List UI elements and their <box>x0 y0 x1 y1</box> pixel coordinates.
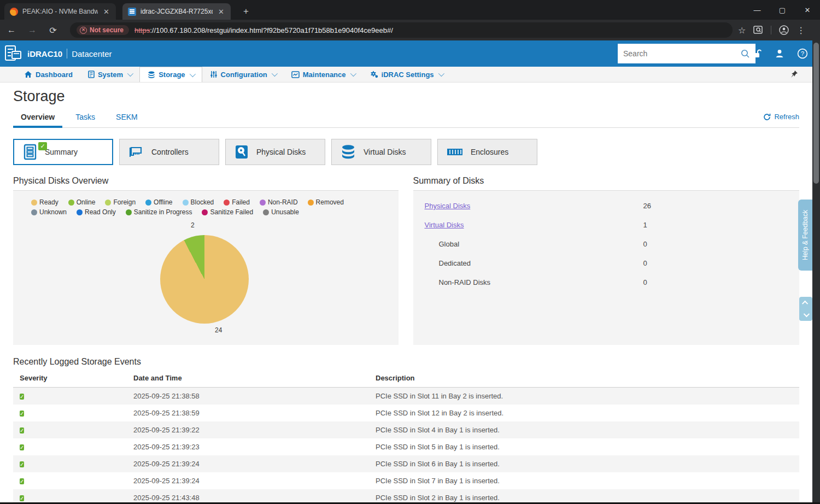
nav-item-idrac-settings[interactable]: iDRAC Settings <box>362 67 450 82</box>
summary-row-virtual-disks: Virtual Disks1 <box>413 215 800 235</box>
events-table: SeverityDate and TimeDescription ✓2025-0… <box>13 369 799 504</box>
legend-item: Unknown <box>31 208 67 216</box>
new-tab-button[interactable]: + <box>239 4 253 19</box>
window-close-button[interactable]: ✕ <box>795 0 820 20</box>
view-button-label: Enclosures <box>471 148 508 156</box>
reload-button[interactable]: ⟳ <box>44 22 62 38</box>
nav-item-dashboard[interactable]: Dashboard <box>16 67 80 82</box>
legend-label: Foreign <box>113 198 136 206</box>
idrac-settings-icon <box>370 71 378 78</box>
legend-dot-icon <box>224 200 230 206</box>
page-title: Storage <box>13 88 812 105</box>
legend-label: Read Only <box>85 208 116 216</box>
scroll-up-icon[interactable] <box>802 301 808 307</box>
search-icon[interactable] <box>740 49 750 58</box>
chevron-down-icon <box>438 71 444 77</box>
legend-label: Ready <box>39 198 58 206</box>
summary-button[interactable]: ✓Summary <box>13 139 113 165</box>
event-row: ✓2025-09-25 21:38:59PCIe SSD in Slot 12 … <box>13 405 799 421</box>
browser-tab-idrac[interactable]: idrac-JCGZXB4-R7725xd - iDRA ✕ <box>122 3 231 20</box>
nav-item-label: Configuration <box>221 71 267 79</box>
legend-label: Sanitize Failed <box>210 208 253 216</box>
legend-dot-icon <box>31 209 37 215</box>
window-maximize-button[interactable]: ▢ <box>770 0 795 20</box>
pie-chart[interactable] <box>160 235 249 324</box>
unlock-icon[interactable] <box>751 48 762 59</box>
close-tab-icon[interactable]: ✕ <box>217 8 225 16</box>
controllers-button[interactable]: Controllers <box>119 139 219 165</box>
browser-menu-icon[interactable]: ⋮ <box>796 25 805 36</box>
close-tab-icon[interactable]: ✕ <box>102 8 110 16</box>
legend-dot-icon <box>68 200 74 206</box>
nav-item-configuration[interactable]: Configuration <box>202 67 284 82</box>
legend-item: Online <box>68 198 96 206</box>
virtual-disks-button[interactable]: Virtual Disks <box>331 139 431 165</box>
legend-item: Sanitize Failed <box>202 208 253 216</box>
physical-disks-overview-panel: ReadyOnlineForeignOfflineBlockedFailedNo… <box>13 191 399 345</box>
legend-item: Non-RAID <box>260 198 298 206</box>
nav-item-storage[interactable]: Storage <box>139 67 202 82</box>
user-icon[interactable] <box>774 48 785 59</box>
event-datetime: 2025-09-25 21:38:58 <box>133 392 376 400</box>
event-datetime: 2025-09-25 21:39:24 <box>133 460 376 468</box>
help-feedback-tab[interactable]: Help & Feedback <box>798 200 812 271</box>
summary-row-non-raid-disks: Non-RAID Disks0 <box>413 273 800 292</box>
browser-scrollbar[interactable] <box>812 40 820 504</box>
legend-item: Blocked <box>183 198 214 206</box>
summary-link[interactable]: Physical Disks <box>425 202 643 210</box>
nav-item-system[interactable]: System <box>80 67 139 82</box>
idrac-logo-icon[interactable] <box>4 45 23 62</box>
global-search[interactable] <box>618 44 755 63</box>
summary-label: Global <box>425 240 643 248</box>
summary-link[interactable]: Virtual Disks <box>425 221 643 229</box>
summary-value: 26 <box>643 202 651 210</box>
physical-disks-button[interactable]: Physical Disks <box>225 139 325 165</box>
summary-row-global: Global0 <box>413 235 800 254</box>
nav-item-maintenance[interactable]: Maintenance <box>284 67 362 82</box>
summary-icon <box>23 144 37 160</box>
severity-ok-icon: ✓ <box>20 461 24 467</box>
help-icon[interactable]: ? <box>797 48 808 59</box>
nav-item-label: Storage <box>159 71 185 79</box>
event-datetime: 2025-09-25 21:39:23 <box>133 443 376 451</box>
browser-toolbar: ← → ⟳ ✕ Not secure https://100.67.180.20… <box>0 20 820 40</box>
severity-ok-icon: ✓ <box>20 495 24 501</box>
search-input[interactable] <box>623 49 740 58</box>
legend-dot-icon <box>202 209 208 215</box>
refresh-button[interactable]: Refresh <box>763 113 799 121</box>
scrollbar-thumb[interactable] <box>813 43 819 184</box>
events-title: Recently Logged Storage Events <box>13 357 799 369</box>
event-description: PCIe SSD in Slot 7 in Bay 1 is inserted. <box>376 477 799 485</box>
legend-dot-icon <box>260 200 266 206</box>
profile-avatar-icon[interactable] <box>779 25 789 35</box>
legend-item: Read Only <box>77 208 116 216</box>
events-table-header: SeverityDate and TimeDescription <box>13 369 799 388</box>
tab-sekm[interactable]: SEKM <box>108 109 145 127</box>
browser-tab-grafana[interactable]: PEAK:AIO - NVMe Bandwidth - ✕ <box>4 3 116 20</box>
page-scroll-buttons <box>799 297 812 321</box>
severity-ok-icon: ✓ <box>20 478 24 484</box>
tab-overview[interactable]: Overview <box>13 109 62 128</box>
not-secure-badge[interactable]: ✕ Not secure <box>77 25 129 35</box>
legend-label: Failed <box>232 198 250 206</box>
scroll-down-icon[interactable] <box>804 311 810 317</box>
back-button[interactable]: ← <box>2 22 21 38</box>
legend-item: Removed <box>308 198 344 206</box>
address-bar[interactable]: ✕ Not secure https://100.67.180.208/rest… <box>70 22 733 38</box>
pin-nav-icon[interactable] <box>790 70 798 78</box>
summary-row-dedicated: Dedicated0 <box>413 254 800 273</box>
legend-label: Blocked <box>191 198 214 206</box>
tab-search-icon[interactable] <box>753 26 763 34</box>
physical-disks-icon <box>235 144 249 160</box>
tab-tasks[interactable]: Tasks <box>68 109 103 127</box>
url-text: https://100.67.180.208/restgui/index.htm… <box>134 26 393 34</box>
legend-item: Foreign <box>105 198 136 206</box>
controllers-icon <box>128 145 144 159</box>
bookmark-star-icon[interactable]: ☆ <box>738 25 746 36</box>
legend-label: Unknown <box>39 208 67 216</box>
forward-button[interactable]: → <box>23 22 42 38</box>
window-minimize-button[interactable]: — <box>745 0 770 20</box>
idrac-favicon-icon <box>128 8 136 16</box>
view-button-label: Controllers <box>151 148 189 156</box>
enclosures-button[interactable]: Enclosures <box>437 139 537 165</box>
